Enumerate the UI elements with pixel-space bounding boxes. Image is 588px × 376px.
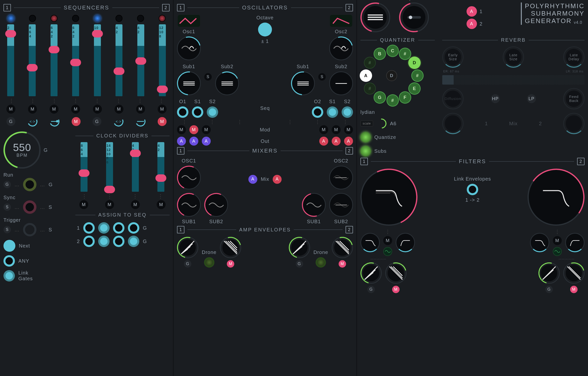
assign-2-1[interactable] xyxy=(83,236,95,247)
filter2-wave-icon[interactable] xyxy=(553,247,562,256)
note-g-sharp[interactable]: # xyxy=(364,83,375,94)
scale-button[interactable]: scale xyxy=(360,121,373,126)
feedback-knob[interactable]: FeedBack xyxy=(563,88,585,109)
assign-2-4[interactable] xyxy=(128,236,139,247)
out-a-4[interactable]: A xyxy=(319,137,328,146)
mod-m-6[interactable]: M xyxy=(344,125,353,134)
osc1-sub1-scope[interactable] xyxy=(177,71,201,95)
filter1-m[interactable]: M xyxy=(383,236,392,245)
note-f-sharp[interactable]: # xyxy=(387,95,398,106)
seq-g-1[interactable]: G xyxy=(6,117,15,126)
sync-button[interactable] xyxy=(23,200,36,214)
assign-1-3[interactable] xyxy=(113,222,124,234)
osc2-sub2-scope[interactable] xyxy=(329,71,353,95)
note-c-sharp[interactable]: # xyxy=(400,48,411,59)
filt2-env-r[interactable] xyxy=(563,262,585,284)
scale-knob[interactable] xyxy=(377,119,386,128)
master-a2[interactable]: A xyxy=(467,19,476,28)
filter1-shape-r[interactable] xyxy=(396,233,415,252)
assign-2-2[interactable] xyxy=(98,236,110,247)
filter1-wave-icon[interactable] xyxy=(383,247,392,256)
amp2-g[interactable]: G xyxy=(296,260,303,268)
clk-m-2[interactable]: M xyxy=(105,200,114,209)
filter1-cutoff[interactable] xyxy=(360,169,417,226)
assign-2-3[interactable] xyxy=(113,236,124,247)
amp2-release[interactable] xyxy=(332,237,353,258)
mix-sub2-r-knob[interactable] xyxy=(329,193,353,217)
mix-sub1-r-knob[interactable] xyxy=(302,193,326,217)
out-a-5[interactable]: A xyxy=(332,137,341,146)
filt2-env-a[interactable] xyxy=(538,262,560,284)
seq-led-2[interactable] xyxy=(29,15,36,22)
seq-pat-1[interactable]: <·> xyxy=(28,117,37,126)
amp1-g[interactable]: G xyxy=(184,260,191,268)
clk-m-1[interactable]: M xyxy=(79,200,88,209)
osc2-scope[interactable] xyxy=(329,36,353,60)
mod-m-5[interactable]: M xyxy=(332,125,341,134)
filt1-g[interactable]: G xyxy=(367,286,375,293)
seq-fader-5[interactable]: 1086 xyxy=(93,24,102,96)
mod-m-4[interactable]: M xyxy=(319,125,328,134)
filt1-env-r[interactable] xyxy=(385,262,407,284)
trigger-button[interactable] xyxy=(23,223,36,236)
osc2-sub1-scope[interactable] xyxy=(291,71,315,95)
quantize-toggle[interactable] xyxy=(360,132,371,142)
seq-pat-4[interactable] xyxy=(136,117,146,126)
seq-led-4[interactable] xyxy=(72,15,79,22)
any-button[interactable] xyxy=(3,255,15,267)
subs-toggle[interactable] xyxy=(360,146,371,156)
amp2-m[interactable]: M xyxy=(339,260,346,268)
note-wheel[interactable]: A # B C # D # E F # G # D xyxy=(360,46,420,106)
filter2-shape-r[interactable] xyxy=(565,233,585,252)
osc1-scope[interactable] xyxy=(177,36,201,60)
mod-m-1[interactable]: M xyxy=(177,125,186,134)
mod-m-2[interactable]: M xyxy=(189,125,198,134)
seq-s1-l[interactable] xyxy=(192,106,203,118)
filter2-m[interactable]: M xyxy=(553,236,562,245)
seq-mute-7[interactable]: M xyxy=(136,105,145,114)
out-a-3[interactable]: A xyxy=(202,137,211,146)
seq-mute-4[interactable]: M xyxy=(71,105,80,114)
assign-1-2[interactable] xyxy=(98,222,110,234)
lp-badge[interactable]: LP xyxy=(527,94,536,103)
osc1-s-badge[interactable]: S xyxy=(204,73,212,81)
clk-fader-3[interactable]: 42 xyxy=(131,142,140,192)
mix-osc2-knob[interactable] xyxy=(329,166,353,189)
run-button[interactable] xyxy=(23,178,36,191)
trigger-s-in[interactable]: S xyxy=(3,226,11,233)
seq-o2-r[interactable] xyxy=(312,106,323,118)
amp2-drone[interactable] xyxy=(316,257,326,268)
assign-1-1[interactable] xyxy=(83,222,95,234)
mix-a-l[interactable]: A xyxy=(248,175,257,184)
note-f[interactable]: F xyxy=(400,92,411,103)
note-center[interactable]: D xyxy=(386,70,397,81)
clk-fader-2[interactable]: 14121086 xyxy=(105,142,114,192)
seq-s2-l[interactable] xyxy=(207,106,218,118)
seq-o1-l[interactable] xyxy=(177,106,188,118)
clk-m-3[interactable]: M xyxy=(131,200,140,209)
note-c[interactable]: C xyxy=(387,45,398,56)
late-delay-knob[interactable]: LateDelay xyxy=(563,46,585,68)
seq-mute-6[interactable]: M xyxy=(115,105,123,114)
note-b[interactable]: B xyxy=(374,48,385,59)
master-a1[interactable]: A xyxy=(467,7,476,16)
note-a-sharp[interactable]: # xyxy=(364,57,375,68)
amp2-attack[interactable] xyxy=(289,237,310,258)
note-d[interactable]: D xyxy=(409,57,420,68)
seq-m-badge-2[interactable]: M xyxy=(158,117,167,126)
osc1-sub2-scope[interactable] xyxy=(215,71,239,95)
seq-pat-3[interactable]: <·> xyxy=(114,117,123,126)
seq-m-badge-1[interactable]: M xyxy=(72,117,81,126)
seq-fader-3[interactable]: 642 xyxy=(49,24,59,96)
diffusion-knob[interactable]: Diffusion xyxy=(442,88,464,109)
filter2-cutoff[interactable] xyxy=(528,169,585,226)
seq-mute-3[interactable]: M xyxy=(50,105,59,114)
seq-led-8[interactable] xyxy=(159,15,166,22)
sync-s-in[interactable]: S xyxy=(3,203,11,211)
late-size-knob[interactable]: LateSize xyxy=(503,46,524,68)
early-size-knob[interactable]: EarlySize xyxy=(442,46,464,68)
filter2-shape-l[interactable] xyxy=(530,233,549,252)
amp1-drone[interactable] xyxy=(204,257,214,268)
hp-badge[interactable]: HP xyxy=(491,94,500,103)
out-a-2[interactable]: A xyxy=(189,137,198,146)
